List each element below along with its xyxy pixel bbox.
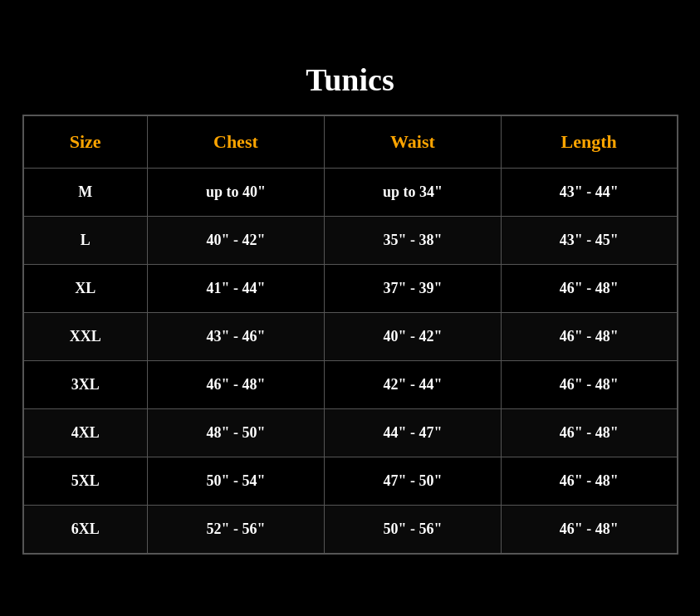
- cell-size: 4XL: [23, 409, 148, 457]
- cell-waist: 50" - 56": [324, 506, 501, 555]
- page-container: Tunics Size Chest Waist Length Mup to 40…: [0, 0, 700, 616]
- cell-length: 46" - 48": [501, 506, 677, 555]
- cell-waist: 40" - 42": [324, 313, 501, 361]
- cell-length: 46" - 48": [501, 361, 677, 409]
- header-size: Size: [23, 115, 148, 169]
- cell-length: 46" - 48": [501, 457, 677, 506]
- table-row: 4XL48" - 50"44" - 47"46" - 48": [23, 409, 678, 457]
- cell-chest: 52" - 56": [147, 506, 324, 555]
- cell-size: XXL: [23, 313, 148, 361]
- cell-waist: 44" - 47": [324, 409, 501, 457]
- cell-length: 46" - 48": [501, 313, 677, 361]
- cell-chest: up to 40": [147, 169, 324, 217]
- cell-waist: 42" - 44": [324, 361, 501, 409]
- cell-waist: 47" - 50": [324, 457, 501, 506]
- table-row: 5XL50" - 54"47" - 50"46" - 48": [23, 457, 678, 506]
- table-row: Mup to 40"up to 34"43" - 44": [23, 169, 678, 217]
- cell-length: 43" - 45": [501, 217, 677, 265]
- table-row: XL41" - 44"37" - 39"46" - 48": [23, 265, 678, 313]
- size-table: Size Chest Waist Length Mup to 40"up to …: [22, 115, 678, 555]
- cell-length: 43" - 44": [501, 169, 677, 217]
- table-row: 6XL52" - 56"50" - 56"46" - 48": [23, 506, 678, 555]
- cell-size: M: [23, 169, 148, 217]
- header-chest: Chest: [147, 115, 324, 169]
- cell-chest: 48" - 50": [147, 409, 324, 457]
- page-title: Tunics: [306, 61, 394, 98]
- cell-chest: 40" - 42": [147, 217, 324, 265]
- header-length: Length: [501, 115, 677, 169]
- cell-chest: 50" - 54": [147, 457, 324, 506]
- table-row: 3XL46" - 48"42" - 44"46" - 48": [23, 361, 678, 409]
- cell-size: 5XL: [23, 457, 148, 506]
- table-row: L40" - 42"35" - 38"43" - 45": [23, 217, 678, 265]
- cell-chest: 41" - 44": [147, 265, 324, 313]
- cell-waist: 35" - 38": [324, 217, 501, 265]
- table-row: XXL43" - 46"40" - 42"46" - 48": [23, 313, 678, 361]
- cell-length: 46" - 48": [501, 409, 677, 457]
- cell-chest: 43" - 46": [147, 313, 324, 361]
- cell-waist: up to 34": [324, 169, 501, 217]
- cell-size: XL: [23, 265, 148, 313]
- table-header-row: Size Chest Waist Length: [23, 115, 678, 169]
- header-waist: Waist: [324, 115, 501, 169]
- cell-size: L: [23, 217, 148, 265]
- cell-size: 3XL: [23, 361, 148, 409]
- cell-chest: 46" - 48": [147, 361, 324, 409]
- cell-waist: 37" - 39": [324, 265, 501, 313]
- cell-size: 6XL: [23, 506, 148, 555]
- cell-length: 46" - 48": [501, 265, 677, 313]
